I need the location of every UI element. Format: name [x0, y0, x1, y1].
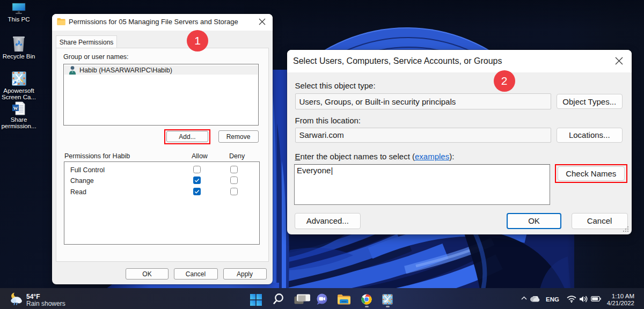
svg-text:W: W [13, 106, 18, 111]
